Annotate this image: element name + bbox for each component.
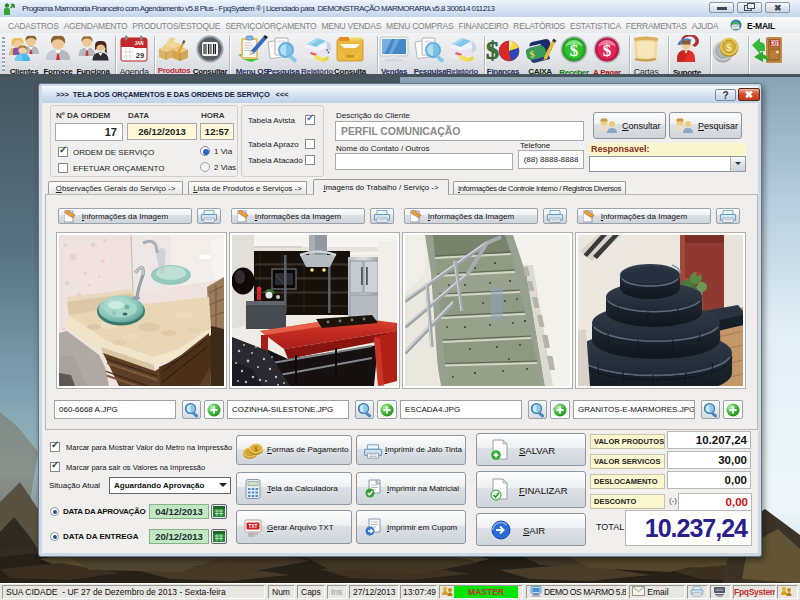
svg-text:$: $ <box>570 41 579 60</box>
svg-text:EXIT: EXIT <box>770 41 780 46</box>
svg-text:JAN: JAN <box>134 41 143 46</box>
svg-text:$: $ <box>603 41 612 60</box>
svg-text:$: $ <box>255 446 258 452</box>
svg-text:$: $ <box>726 41 732 53</box>
svg-text:TXT: TXT <box>248 524 257 529</box>
svg-text:29: 29 <box>136 51 144 60</box>
svg-text:$: $ <box>486 36 499 64</box>
